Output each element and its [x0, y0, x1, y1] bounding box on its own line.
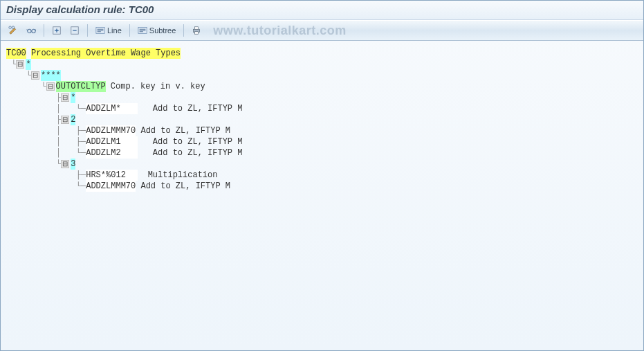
- leaf-desc: Multiplication: [148, 170, 218, 181]
- title-bar: Display calculation rule: TC00: [1, 1, 643, 20]
- node-code: OUTOTCLTYP: [56, 81, 106, 92]
- root-desc: Processing Overtime Wage Types: [31, 48, 181, 59]
- tree-leaf[interactable]: ├─ HRS*%012 Multiplication: [6, 170, 638, 181]
- svg-point-0: [9, 26, 12, 29]
- line-label: Line: [107, 26, 122, 35]
- line-icon: [95, 26, 105, 35]
- expand-node-icon[interactable]: ⊟: [16, 60, 24, 69]
- glasses-icon: [26, 26, 36, 35]
- expand-node-icon[interactable]: ⊟: [61, 116, 69, 124]
- edit-button[interactable]: [5, 24, 21, 37]
- tree-node[interactable]: └ ⊟ ****: [6, 70, 638, 81]
- tree-node[interactable]: ├ ⊟ *: [6, 92, 638, 103]
- subtree-icon: [138, 26, 147, 35]
- leaf-desc: Add to ZL, IFTYP M: [140, 181, 230, 192]
- tree-leaf[interactable]: │ └─ ADDZLM2 Add to ZL, IFTYP M: [6, 147, 638, 159]
- separator: [44, 24, 44, 37]
- leaf-code: ADDZLM2: [86, 147, 138, 159]
- tree-leaf[interactable]: └─ ADDZLMMM70 Add to ZL, IFTYP M: [6, 181, 638, 192]
- tree-root[interactable]: TC00 Processing Overtime Wage Types: [6, 48, 638, 59]
- node-label: 3: [71, 159, 75, 170]
- leaf-desc: Add to ZL, IFTYP M: [153, 136, 243, 147]
- collapse-icon: [70, 26, 80, 35]
- root-code: TC00: [6, 48, 26, 59]
- expand-node-icon[interactable]: ⊟: [61, 93, 69, 102]
- subtree-label: Subtree: [149, 26, 176, 35]
- pencil-glasses-icon: [8, 26, 18, 35]
- expand-button[interactable]: [48, 24, 65, 37]
- page-title: Display calculation rule: TC00: [6, 3, 154, 15]
- expand-node-icon[interactable]: ⊟: [31, 71, 39, 80]
- svg-rect-9: [195, 27, 199, 30]
- expand-node-icon[interactable]: ⊟: [46, 82, 55, 91]
- tree-node[interactable]: ├ ⊟ 2: [6, 114, 638, 125]
- leaf-desc: Add to ZL, IFTYP M: [153, 147, 243, 159]
- leaf-code: ADDZLM1: [86, 136, 138, 147]
- svg-rect-10: [195, 32, 199, 35]
- toolbar: Line Subtree www.tutorialkart.com: [1, 20, 643, 41]
- node-desc: Comp. key in v. key: [111, 81, 205, 92]
- leaf-code: ADDZLM*: [86, 103, 138, 114]
- line-button[interactable]: Line: [92, 24, 125, 37]
- node-label: 2: [71, 114, 75, 125]
- tree-leaf[interactable]: │ └─ ADDZLM* Add to ZL, IFTYP M: [6, 103, 638, 114]
- collapse-button[interactable]: [66, 24, 83, 37]
- separator: [87, 24, 88, 37]
- tree-leaf[interactable]: │ ├─ ADDZLMMM70 Add to ZL, IFTYP M: [6, 125, 638, 136]
- tree-node[interactable]: └ ⊟ *: [6, 59, 638, 70]
- tree-leaf[interactable]: │ ├─ ADDZLM1 Add to ZL, IFTYP M: [6, 136, 638, 147]
- print-button[interactable]: [188, 24, 205, 37]
- print-icon: [192, 26, 201, 35]
- leaf-code: ADDZLMMM70: [86, 125, 136, 136]
- node-label: ****: [41, 70, 61, 81]
- svg-point-1: [12, 26, 15, 29]
- node-label: *: [26, 59, 30, 70]
- display-button[interactable]: [23, 24, 39, 37]
- tree-view: TC00 Processing Overtime Wage Types └ ⊟ …: [1, 41, 643, 199]
- leaf-code: ADDZLMMM70: [86, 181, 136, 192]
- node-label: *: [71, 92, 75, 103]
- expand-node-icon[interactable]: ⊟: [61, 160, 69, 168]
- separator: [183, 24, 184, 37]
- expand-icon: [52, 26, 62, 35]
- tree-node[interactable]: └ ⊟ 3: [6, 159, 638, 170]
- subtree-button[interactable]: Subtree: [134, 24, 180, 37]
- tree-node[interactable]: └ ⊟ OUTOTCLTYP Comp. key in v. key: [6, 81, 638, 92]
- leaf-desc: Add to ZL, IFTYP M: [153, 103, 243, 114]
- svg-point-3: [32, 29, 35, 33]
- svg-point-2: [28, 29, 31, 33]
- watermark: www.tutorialkart.com: [213, 24, 346, 38]
- leaf-desc: Add to ZL, IFTYP M: [140, 125, 230, 136]
- leaf-code: HRS*%012: [86, 170, 138, 181]
- separator: [129, 24, 130, 37]
